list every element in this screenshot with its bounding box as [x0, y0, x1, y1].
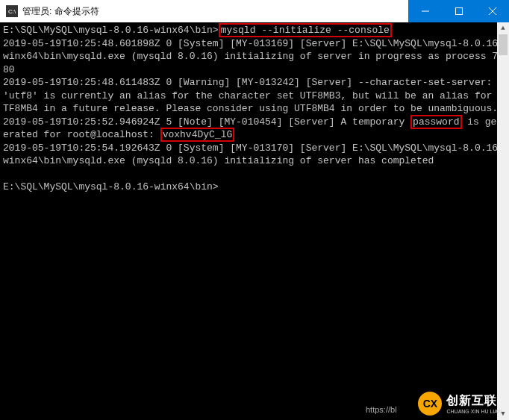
- log-line: 2019-05-19T10:25:48.611483Z 0 [Warning] …: [3, 77, 504, 114]
- url-hint: https://bl: [366, 405, 397, 414]
- prompt-path: E:\SQL\MySQL\mysql-8.0.16-winx64\bin>: [3, 25, 219, 36]
- scroll-up-icon[interactable]: ▲: [497, 22, 509, 34]
- prompt-path: E:\SQL\MySQL\mysql-8.0.16-winx64\bin>: [3, 181, 219, 192]
- minimize-button[interactable]: [408, 0, 442, 22]
- watermark-logo-icon: CX: [418, 392, 442, 416]
- window-controls: [408, 0, 509, 22]
- window-title: 管理员: 命令提示符: [22, 5, 99, 18]
- vertical-scrollbar[interactable]: ▲ ▼: [497, 22, 509, 420]
- log-line: 2019-05-19T10:25:48.601898Z 0 [System] […: [3, 38, 504, 75]
- close-button[interactable]: [475, 0, 509, 22]
- svg-rect-1: [455, 8, 462, 15]
- cmd-icon: C:\: [6, 5, 18, 17]
- watermark-subtext: CHUANG XIN HU LIAN: [446, 409, 502, 414]
- console-output[interactable]: E:\SQL\MySQL\mysql-8.0.16-winx64\bin>mys…: [0, 22, 509, 420]
- watermark-text: 创新互联: [446, 393, 502, 409]
- password-label-highlight: password: [410, 115, 461, 129]
- log-line-prefix: 2019-05-19T10:25:52.946924Z 5 [Note] [MY…: [3, 116, 410, 128]
- scroll-thumb[interactable]: [499, 34, 508, 55]
- command-highlight: mysqld --initialize --console: [219, 23, 392, 37]
- maximize-button[interactable]: [442, 0, 475, 22]
- log-line: 2019-05-19T10:25:54.192643Z 0 [System] […: [3, 142, 504, 167]
- password-value-highlight: voxhv4DyC_lG: [160, 128, 235, 142]
- titlebar: C:\ 管理员: 命令提示符: [0, 0, 509, 22]
- watermark: CX 创新互联 CHUANG XIN HU LIAN: [418, 392, 502, 416]
